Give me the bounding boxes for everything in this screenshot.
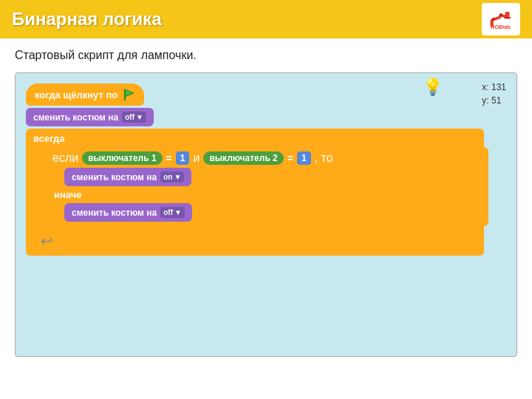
equals-1: = [166, 152, 172, 164]
svg-point-3 [492, 18, 495, 21]
costume-value-1: off [125, 113, 134, 121]
svg-rect-5 [505, 12, 510, 17]
page-title: Бинарная логика [12, 9, 162, 30]
logo: ROBlab [482, 3, 520, 35]
dropdown-arrow-off: ▼ [174, 208, 182, 216]
svg-rect-6 [504, 17, 511, 18]
green-flag-icon [122, 88, 135, 101]
forever-block[interactable]: всегда если выключатель 1 = [26, 129, 484, 256]
scratch-block-area: когда щёлкнут по сменить костюм на off ▼ [26, 83, 484, 256]
costume-off-value: off [163, 208, 173, 216]
y-coord: y: 51 [482, 94, 506, 107]
svg-point-4 [499, 13, 502, 16]
costume-on-value: on [163, 173, 172, 181]
x-coord: x: 131 [482, 81, 506, 94]
svg-text:ROBlab: ROBlab [491, 24, 511, 30]
return-arrow-icon: ↩ [41, 232, 53, 250]
if-block[interactable]: если выключатель 1 = 1 и [45, 147, 477, 226]
roblab-logo-icon: ROBlab [488, 6, 514, 33]
dropdown-arrow-on: ▼ [174, 173, 181, 181]
costume-dropdown-1[interactable]: off ▼ [122, 112, 146, 123]
switch-costume-off-label: сменить костюм на [72, 208, 157, 218]
svg-marker-8 [125, 89, 134, 97]
then-label: , то [315, 151, 333, 165]
switch-costume-label-1: сменить костюм на [33, 112, 118, 123]
and-label: и [193, 151, 200, 165]
content-area: Стартовый скрипт для лампочки. 💡 x: 131 … [0, 38, 532, 364]
header: Бинарная логика ROBlab [0, 0, 532, 38]
subtitle: Стартовый скрипт для лампочки. [15, 49, 517, 62]
costume-dropdown-off[interactable]: off ▼ [160, 207, 185, 218]
switch-costume-off-block[interactable]: сменить костюм на off ▼ [64, 203, 192, 222]
switch-costume-on-label: сменить костюм на [72, 172, 157, 183]
switch-costume-on-block[interactable]: сменить костюм на on ▼ [64, 168, 191, 186]
switch2-var[interactable]: выключатель 2 [203, 151, 283, 165]
value2-block[interactable]: 1 [297, 151, 311, 165]
forever-label: всегда [33, 133, 477, 144]
equals-2: = [287, 152, 293, 164]
when-clicked-label: когда щёлкнут по [35, 89, 117, 100]
coordinates: x: 131 y: 51 [482, 81, 506, 107]
else-body: сменить костюм на off ▼ [64, 203, 481, 222]
costume-dropdown-on[interactable]: on ▼ [160, 171, 184, 183]
switch1-var[interactable]: выключатель 1 [82, 151, 162, 165]
else-label: иначе [52, 189, 481, 200]
value1-block[interactable]: 1 [176, 151, 190, 165]
if-condition-row: если выключатель 1 = 1 и [52, 151, 481, 165]
then-body: сменить костюм на on ▼ [64, 168, 481, 186]
when-clicked-block[interactable]: когда щёлкнут по [26, 83, 484, 106]
dropdown-arrow-1: ▼ [136, 113, 143, 121]
if-label: если [52, 151, 78, 165]
switch-costume-off-top-block[interactable]: сменить костюм на off ▼ [26, 108, 484, 126]
scratch-canvas: 💡 x: 131 y: 51 когда щёлкнут по [15, 72, 517, 357]
